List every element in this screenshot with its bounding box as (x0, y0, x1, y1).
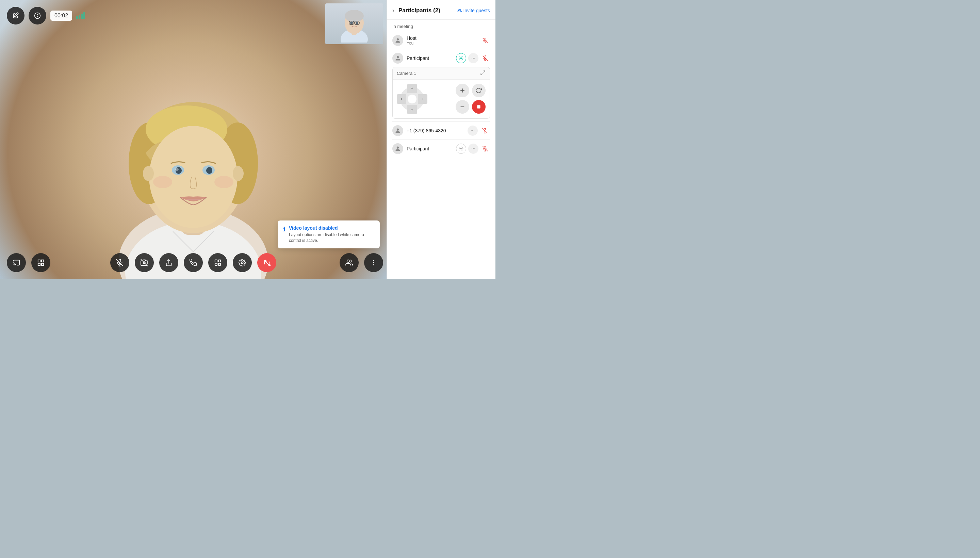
toast-title: Video layout disabled (289, 225, 374, 231)
dpad-center (408, 95, 417, 103)
toast-notification: ℹ Video layout disabled Layout options a… (277, 220, 380, 248)
svg-rect-32 (41, 260, 44, 262)
expand-icon (480, 70, 486, 75)
camera-panel-body: − (393, 80, 490, 118)
plus-icon (460, 87, 466, 94)
invite-icon (457, 8, 462, 13)
svg-point-24 (345, 10, 364, 22)
svg-rect-33 (41, 263, 44, 265)
expand-participants-button[interactable]: › (392, 7, 396, 14)
host-mute-button[interactable] (481, 36, 490, 45)
participant2-more-button[interactable] (468, 144, 478, 154)
participant1-actions (456, 53, 490, 63)
stop-icon (476, 105, 481, 109)
svg-point-48 (373, 260, 374, 261)
camera-button[interactable] (135, 253, 154, 272)
camera-control-button-2[interactable] (456, 144, 466, 154)
svg-point-62 (471, 130, 472, 131)
phone-participant-actions (468, 126, 490, 136)
svg-point-25 (350, 22, 353, 24)
svg-point-12 (206, 167, 212, 174)
toast-icon: ℹ (283, 226, 286, 233)
invite-guests-button[interactable]: Invite guests (457, 8, 490, 13)
camera-stop-button[interactable] (472, 100, 486, 114)
down-arrow-icon (410, 108, 414, 111)
camera-control-icon-2 (459, 146, 463, 151)
svg-point-55 (472, 58, 472, 59)
timer-value: 00:02 (54, 13, 68, 18)
participants-button[interactable] (340, 253, 359, 272)
svg-point-45 (241, 262, 243, 264)
svg-rect-44 (215, 263, 217, 265)
settings-button[interactable] (233, 253, 252, 272)
phone-participant-info: +1 (379) 865-4320 (407, 128, 464, 133)
participant1-more-button[interactable] (468, 53, 478, 63)
svg-point-17 (233, 166, 244, 181)
camera-control-button-1[interactable] (456, 53, 466, 63)
camera-reset-button[interactable] (472, 84, 486, 97)
phone-muted-icon (482, 128, 488, 133)
end-call-button[interactable] (257, 253, 276, 272)
camera-control-panel: Camera 1 (392, 67, 490, 119)
svg-rect-34 (38, 263, 40, 265)
expand-camera-button[interactable] (480, 70, 486, 77)
participant1-mute-button[interactable] (481, 53, 490, 63)
phone-mute-button[interactable] (480, 126, 490, 136)
svg-point-70 (473, 148, 474, 149)
svg-point-15 (214, 176, 233, 188)
panel-header-left: › Participants (2) (392, 7, 440, 14)
svg-point-16 (143, 166, 154, 181)
svg-rect-43 (218, 263, 220, 265)
camera-add-preset-button[interactable] (456, 84, 469, 97)
share-button[interactable] (159, 253, 178, 272)
participant2-actions (456, 144, 490, 154)
annotation-button[interactable] (7, 7, 25, 25)
person-icon (395, 38, 401, 43)
dpad-left-button[interactable] (397, 94, 406, 104)
more-icon (471, 56, 476, 61)
dpad-right-button[interactable] (418, 94, 427, 104)
camera-zoom-out-button[interactable]: − (456, 100, 469, 114)
phone-button[interactable] (184, 253, 203, 272)
left-arrow-icon (400, 97, 403, 101)
svg-point-56 (473, 58, 474, 59)
toast-body: Layout options are disabled while camera… (289, 232, 374, 244)
participant1-name: Participant (407, 56, 453, 61)
info-button[interactable] (29, 7, 46, 25)
svg-rect-42 (218, 260, 220, 262)
layout-button[interactable] (31, 253, 50, 272)
muted-mic-icon (483, 56, 488, 61)
timer-display: 00:02 (50, 11, 72, 21)
participant2-mute-button[interactable] (481, 144, 490, 153)
grid-view-button[interactable] (208, 253, 227, 272)
svg-point-26 (356, 22, 358, 24)
svg-point-63 (472, 130, 473, 131)
participant-item-phone: +1 (379) 865-4320 (387, 122, 496, 140)
phone-more-button[interactable] (468, 126, 478, 136)
panel-header: › Participants (2) Invite guests (387, 0, 496, 20)
host-mic-icon (483, 38, 488, 43)
svg-point-64 (474, 130, 474, 131)
person-icon-2 (395, 56, 401, 61)
participant-item-2: Participant (387, 140, 496, 158)
camera-control-icon (459, 56, 463, 61)
top-controls: 00:02 (7, 7, 85, 25)
more-button[interactable] (364, 253, 383, 272)
dpad-up-button[interactable] (407, 84, 417, 93)
participant2-info: Participant (407, 146, 453, 151)
participant2-name: Participant (407, 146, 453, 151)
svg-point-69 (472, 148, 472, 149)
mute-button[interactable] (110, 253, 129, 272)
host-role: You (407, 41, 477, 46)
refresh-icon (476, 87, 482, 94)
participant1-avatar (392, 53, 403, 64)
dpad-down-button[interactable] (407, 105, 417, 114)
camera-bottom-row: − (456, 100, 486, 114)
svg-line-38 (141, 259, 148, 266)
cast-button[interactable] (7, 253, 26, 272)
signal-bars (76, 12, 85, 19)
person-icon-3 (395, 128, 401, 133)
camera-dpad (397, 84, 427, 114)
participant-item-host: Host You (387, 32, 496, 49)
camera-panel-header: Camera 1 (393, 67, 490, 80)
